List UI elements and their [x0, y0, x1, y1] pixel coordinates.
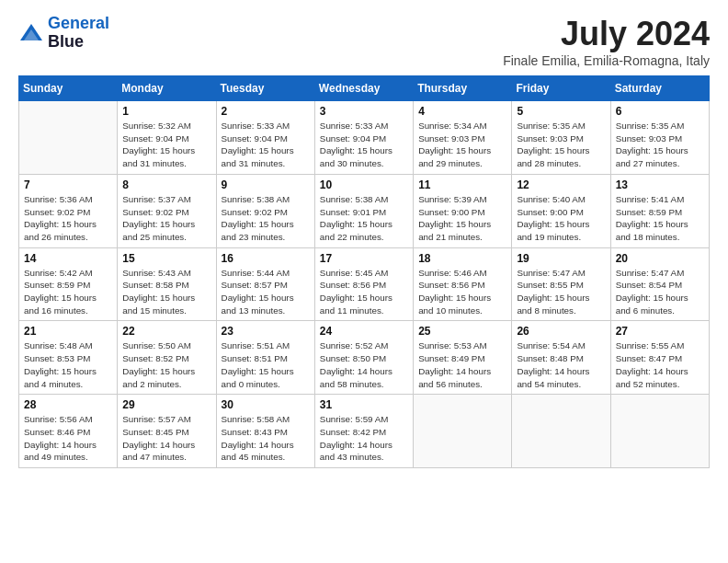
day-number: 7 — [24, 178, 112, 191]
calendar-cell — [610, 395, 709, 468]
day-number: 11 — [418, 178, 506, 191]
day-number: 16 — [222, 252, 310, 265]
day-info: Sunrise: 5:38 AM Sunset: 9:02 PM Dayligh… — [222, 193, 310, 244]
day-number: 4 — [418, 105, 506, 118]
calendar-cell: 26Sunrise: 5:54 AM Sunset: 8:48 PM Dayli… — [512, 321, 610, 395]
day-info: Sunrise: 5:35 AM Sunset: 9:03 PM Dayligh… — [616, 120, 704, 170]
logo-line2: Blue — [48, 33, 109, 52]
day-number: 3 — [320, 105, 408, 118]
day-info: Sunrise: 5:46 AM Sunset: 8:56 PM Dayligh… — [418, 267, 506, 317]
calendar-cell: 11Sunrise: 5:39 AM Sunset: 9:00 PM Dayli… — [414, 174, 512, 247]
day-info: Sunrise: 5:55 AM Sunset: 8:47 PM Dayligh… — [616, 339, 704, 390]
day-info: Sunrise: 5:52 AM Sunset: 8:50 PM Dayligh… — [320, 339, 408, 390]
day-info: Sunrise: 5:50 AM Sunset: 8:52 PM Dayligh… — [122, 339, 210, 390]
calendar-cell: 10Sunrise: 5:38 AM Sunset: 9:01 PM Dayli… — [314, 174, 413, 247]
calendar-cell: 9Sunrise: 5:38 AM Sunset: 9:02 PM Daylig… — [216, 174, 314, 247]
day-info: Sunrise: 5:45 AM Sunset: 8:56 PM Dayligh… — [320, 267, 408, 317]
calendar-cell: 12Sunrise: 5:40 AM Sunset: 9:00 PM Dayli… — [512, 174, 610, 247]
day-info: Sunrise: 5:37 AM Sunset: 9:02 PM Dayligh… — [122, 193, 210, 244]
day-info: Sunrise: 5:40 AM Sunset: 9:00 PM Dayligh… — [517, 193, 605, 244]
page-header: General Blue July 2024 Finale Emilia, Em… — [18, 15, 710, 68]
calendar-cell — [512, 395, 610, 468]
calendar-cell: 5Sunrise: 5:35 AM Sunset: 9:03 PM Daylig… — [512, 101, 610, 175]
day-number: 20 — [616, 252, 704, 265]
day-number: 18 — [418, 252, 506, 265]
day-info: Sunrise: 5:57 AM Sunset: 8:45 PM Dayligh… — [122, 413, 210, 464]
day-info: Sunrise: 5:58 AM Sunset: 8:43 PM Dayligh… — [222, 413, 310, 464]
weekday-header: Tuesday — [216, 76, 314, 101]
day-info: Sunrise: 5:34 AM Sunset: 9:03 PM Dayligh… — [418, 120, 506, 170]
day-info: Sunrise: 5:41 AM Sunset: 8:59 PM Dayligh… — [616, 193, 704, 244]
calendar-cell: 21Sunrise: 5:48 AM Sunset: 8:53 PM Dayli… — [19, 321, 118, 395]
calendar-table: SundayMondayTuesdayWednesdayThursdayFrid… — [18, 75, 710, 468]
logo-icon — [18, 20, 44, 46]
day-info: Sunrise: 5:56 AM Sunset: 8:46 PM Dayligh… — [24, 413, 112, 464]
day-number: 10 — [320, 178, 408, 191]
calendar-cell: 13Sunrise: 5:41 AM Sunset: 8:59 PM Dayli… — [610, 174, 709, 247]
calendar-cell: 19Sunrise: 5:47 AM Sunset: 8:55 PM Dayli… — [512, 247, 610, 321]
day-number: 9 — [222, 178, 310, 191]
day-number: 26 — [517, 325, 605, 338]
calendar-cell: 14Sunrise: 5:42 AM Sunset: 8:59 PM Dayli… — [19, 247, 118, 321]
day-number: 23 — [222, 325, 310, 338]
weekday-header: Thursday — [414, 76, 512, 101]
day-info: Sunrise: 5:32 AM Sunset: 9:04 PM Dayligh… — [122, 120, 210, 170]
calendar-cell: 2Sunrise: 5:33 AM Sunset: 9:04 PM Daylig… — [216, 101, 314, 175]
day-info: Sunrise: 5:44 AM Sunset: 8:57 PM Dayligh… — [222, 267, 310, 317]
title-block: July 2024 Finale Emilia, Emilia-Romagna,… — [503, 15, 710, 68]
calendar-cell: 25Sunrise: 5:53 AM Sunset: 8:49 PM Dayli… — [414, 321, 512, 395]
calendar-cell: 28Sunrise: 5:56 AM Sunset: 8:46 PM Dayli… — [19, 395, 118, 468]
day-info: Sunrise: 5:54 AM Sunset: 8:48 PM Dayligh… — [517, 339, 605, 390]
day-number: 12 — [517, 178, 605, 191]
day-number: 13 — [616, 178, 704, 191]
day-number: 2 — [222, 105, 310, 118]
day-info: Sunrise: 5:33 AM Sunset: 9:04 PM Dayligh… — [222, 120, 310, 170]
calendar-cell: 18Sunrise: 5:46 AM Sunset: 8:56 PM Dayli… — [414, 247, 512, 321]
day-info: Sunrise: 5:35 AM Sunset: 9:03 PM Dayligh… — [517, 120, 605, 170]
day-number: 5 — [517, 105, 605, 118]
day-number: 8 — [122, 178, 210, 191]
day-number: 25 — [418, 325, 506, 338]
day-info: Sunrise: 5:47 AM Sunset: 8:54 PM Dayligh… — [616, 267, 704, 317]
weekday-header: Monday — [118, 76, 216, 101]
calendar-cell: 3Sunrise: 5:33 AM Sunset: 9:04 PM Daylig… — [314, 101, 413, 175]
calendar-cell: 4Sunrise: 5:34 AM Sunset: 9:03 PM Daylig… — [414, 101, 512, 175]
day-number: 22 — [122, 325, 210, 338]
day-number: 31 — [320, 398, 408, 411]
calendar-cell: 24Sunrise: 5:52 AM Sunset: 8:50 PM Dayli… — [314, 321, 413, 395]
calendar-cell — [19, 101, 118, 175]
calendar-cell: 1Sunrise: 5:32 AM Sunset: 9:04 PM Daylig… — [118, 101, 216, 175]
calendar-cell: 29Sunrise: 5:57 AM Sunset: 8:45 PM Dayli… — [118, 395, 216, 468]
day-number: 24 — [320, 325, 408, 338]
day-number: 21 — [24, 325, 112, 338]
day-number: 19 — [517, 252, 605, 265]
logo-line1: General — [48, 15, 109, 33]
day-number: 1 — [122, 105, 210, 118]
calendar-cell: 6Sunrise: 5:35 AM Sunset: 9:03 PM Daylig… — [610, 101, 709, 175]
day-info: Sunrise: 5:36 AM Sunset: 9:02 PM Dayligh… — [24, 193, 112, 244]
calendar-cell: 31Sunrise: 5:59 AM Sunset: 8:42 PM Dayli… — [314, 395, 413, 468]
day-number: 27 — [616, 325, 704, 338]
calendar-cell: 22Sunrise: 5:50 AM Sunset: 8:52 PM Dayli… — [118, 321, 216, 395]
day-number: 6 — [616, 105, 704, 118]
calendar-cell: 17Sunrise: 5:45 AM Sunset: 8:56 PM Dayli… — [314, 247, 413, 321]
month-title: July 2024 — [503, 15, 710, 53]
day-info: Sunrise: 5:48 AM Sunset: 8:53 PM Dayligh… — [24, 339, 112, 390]
day-info: Sunrise: 5:33 AM Sunset: 9:04 PM Dayligh… — [320, 120, 408, 170]
calendar-cell: 20Sunrise: 5:47 AM Sunset: 8:54 PM Dayli… — [610, 247, 709, 321]
day-number: 29 — [122, 398, 210, 411]
calendar-cell: 8Sunrise: 5:37 AM Sunset: 9:02 PM Daylig… — [118, 174, 216, 247]
day-info: Sunrise: 5:39 AM Sunset: 9:00 PM Dayligh… — [418, 193, 506, 244]
location: Finale Emilia, Emilia-Romagna, Italy — [503, 53, 710, 68]
day-number: 14 — [24, 252, 112, 265]
day-number: 17 — [320, 252, 408, 265]
calendar-cell: 16Sunrise: 5:44 AM Sunset: 8:57 PM Dayli… — [216, 247, 314, 321]
day-info: Sunrise: 5:47 AM Sunset: 8:55 PM Dayligh… — [517, 267, 605, 317]
calendar-cell: 30Sunrise: 5:58 AM Sunset: 8:43 PM Dayli… — [216, 395, 314, 468]
day-info: Sunrise: 5:38 AM Sunset: 9:01 PM Dayligh… — [320, 193, 408, 244]
weekday-header: Wednesday — [314, 76, 413, 101]
day-info: Sunrise: 5:43 AM Sunset: 8:58 PM Dayligh… — [122, 267, 210, 317]
day-info: Sunrise: 5:53 AM Sunset: 8:49 PM Dayligh… — [418, 339, 506, 390]
day-info: Sunrise: 5:42 AM Sunset: 8:59 PM Dayligh… — [24, 267, 112, 317]
day-info: Sunrise: 5:51 AM Sunset: 8:51 PM Dayligh… — [222, 339, 310, 390]
